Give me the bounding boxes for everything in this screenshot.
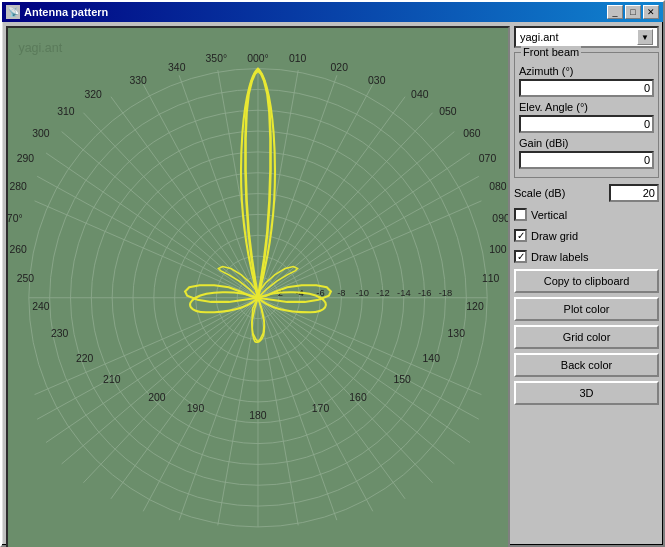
- svg-text:-10: -10: [355, 288, 369, 298]
- svg-text:150: 150: [393, 374, 411, 385]
- svg-text:250: 250: [17, 273, 35, 284]
- antenna-dropdown[interactable]: yagi.ant ▼: [514, 26, 659, 48]
- vertical-checkbox-row[interactable]: Vertical: [514, 208, 659, 221]
- svg-text:340: 340: [168, 62, 186, 73]
- elev-input[interactable]: 0: [519, 115, 654, 133]
- azimuth-row: Azimuth (°) 0: [519, 65, 654, 97]
- draw-grid-checkbox-row[interactable]: ✓ Draw grid: [514, 229, 659, 242]
- svg-text:140: 140: [423, 353, 441, 364]
- radar-display: yagi.ant: [6, 26, 510, 547]
- gain-input[interactable]: 0: [519, 151, 654, 169]
- svg-text:170: 170: [312, 403, 330, 414]
- svg-text:270°: 270°: [8, 213, 23, 224]
- dropdown-value: yagi.ant: [520, 31, 559, 43]
- window-icon: 📡: [6, 5, 20, 19]
- right-panel: yagi.ant ▼ Front beam Azimuth (°) 0 Elev…: [514, 26, 659, 547]
- content-area: yagi.ant: [2, 22, 663, 547]
- vertical-checkbox[interactable]: [514, 208, 527, 221]
- plot-color-button[interactable]: Plot color: [514, 297, 659, 321]
- radar-svg: yagi.ant: [8, 28, 508, 547]
- svg-text:090°: 090°: [492, 213, 508, 224]
- svg-text:260: 260: [9, 244, 27, 255]
- svg-text:070: 070: [479, 153, 497, 164]
- svg-text:280: 280: [9, 181, 27, 192]
- svg-text:020: 020: [331, 62, 349, 73]
- svg-text:-8: -8: [337, 288, 345, 298]
- vertical-label: Vertical: [531, 209, 567, 221]
- svg-text:120: 120: [466, 301, 484, 312]
- front-beam-label: Front beam: [521, 46, 581, 58]
- grid-color-button[interactable]: Grid color: [514, 325, 659, 349]
- svg-text:040: 040: [411, 89, 429, 100]
- draw-labels-checkbox-row[interactable]: ✓ Draw labels: [514, 250, 659, 263]
- title-buttons: _ □ ✕: [607, 5, 659, 19]
- svg-text:yagi.ant: yagi.ant: [18, 41, 62, 55]
- svg-text:110: 110: [482, 273, 500, 284]
- gain-row: Gain (dBi) 0: [519, 137, 654, 169]
- svg-text:080: 080: [489, 181, 507, 192]
- svg-text:330: 330: [130, 75, 148, 86]
- svg-text:050: 050: [439, 106, 457, 117]
- azimuth-label: Azimuth (°): [519, 65, 654, 77]
- elev-label: Elev. Angle (°): [519, 101, 654, 113]
- draw-labels-checkbox[interactable]: ✓: [514, 250, 527, 263]
- azimuth-input[interactable]: 0: [519, 79, 654, 97]
- svg-text:-16: -16: [418, 288, 432, 298]
- svg-text:-14: -14: [397, 288, 411, 298]
- svg-text:160: 160: [349, 392, 367, 403]
- three-d-button[interactable]: 3D: [514, 381, 659, 405]
- dropdown-arrow-icon: ▼: [637, 29, 653, 45]
- svg-text:060: 060: [463, 128, 481, 139]
- minimize-button[interactable]: _: [607, 5, 623, 19]
- svg-text:030: 030: [368, 75, 386, 86]
- front-beam-group: Front beam Azimuth (°) 0 Elev. Angle (°)…: [514, 52, 659, 178]
- copy-clipboard-button[interactable]: Copy to clipboard: [514, 269, 659, 293]
- svg-text:300: 300: [32, 128, 50, 139]
- svg-text:180: 180: [249, 410, 267, 421]
- svg-text:010: 010: [289, 53, 307, 64]
- close-button[interactable]: ✕: [643, 5, 659, 19]
- draw-grid-checkbox[interactable]: ✓: [514, 229, 527, 242]
- draw-labels-label: Draw labels: [531, 251, 588, 263]
- svg-text:230: 230: [51, 328, 69, 339]
- title-bar: 📡 Antenna pattern _ □ ✕: [2, 2, 663, 22]
- svg-text:240: 240: [32, 301, 50, 312]
- svg-text:290: 290: [17, 153, 35, 164]
- back-color-button[interactable]: Back color: [514, 353, 659, 377]
- svg-text:210: 210: [103, 374, 121, 385]
- draw-grid-label: Draw grid: [531, 230, 578, 242]
- elev-row: Elev. Angle (°) 0: [519, 101, 654, 133]
- svg-text:190: 190: [187, 403, 205, 414]
- svg-text:-18: -18: [439, 288, 453, 298]
- window-title: Antenna pattern: [24, 6, 108, 18]
- title-bar-left: 📡 Antenna pattern: [6, 5, 108, 19]
- svg-text:200: 200: [148, 392, 166, 403]
- svg-text:220: 220: [76, 353, 94, 364]
- svg-text:350°: 350°: [206, 53, 228, 64]
- scale-row: Scale (dB) 20: [514, 184, 659, 202]
- scale-input[interactable]: 20: [609, 184, 659, 202]
- maximize-button[interactable]: □: [625, 5, 641, 19]
- gain-label: Gain (dBi): [519, 137, 654, 149]
- svg-text:000°: 000°: [247, 53, 269, 64]
- svg-text:320: 320: [84, 89, 102, 100]
- svg-text:-12: -12: [376, 288, 390, 298]
- svg-text:100: 100: [489, 244, 507, 255]
- svg-text:130: 130: [448, 328, 466, 339]
- svg-text:310: 310: [57, 106, 75, 117]
- scale-label: Scale (dB): [514, 187, 565, 199]
- main-window: 📡 Antenna pattern _ □ ✕ yagi.ant: [0, 0, 665, 547]
